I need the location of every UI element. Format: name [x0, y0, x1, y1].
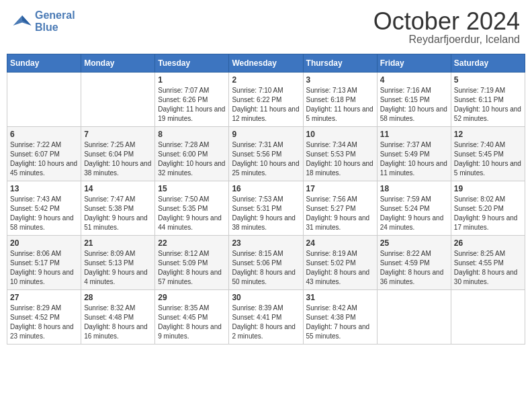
day-info: Sunrise: 7:16 AM Sunset: 6:15 PM Dayligh… [380, 86, 448, 124]
day-info: Sunrise: 8:35 AM Sunset: 4:45 PM Dayligh… [158, 304, 226, 341]
day-number: 12 [454, 130, 522, 139]
calendar-cell: 24Sunrise: 8:19 AM Sunset: 5:02 PM Dayli… [303, 236, 377, 290]
calendar-cell: 30Sunrise: 8:39 AM Sunset: 4:41 PM Dayli… [229, 290, 303, 345]
day-number: 20 [10, 238, 78, 248]
calendar-cell [451, 290, 525, 345]
day-number: 30 [232, 293, 300, 302]
calendar-cell: 1Sunrise: 7:07 AM Sunset: 6:26 PM Daylig… [155, 73, 229, 127]
day-info: Sunrise: 7:59 AM Sunset: 5:24 PM Dayligh… [380, 195, 448, 232]
logo-line2: Blue [35, 21, 58, 33]
calendar-cell: 31Sunrise: 8:42 AM Sunset: 4:38 PM Dayli… [303, 290, 377, 345]
day-number: 22 [158, 238, 226, 248]
day-info: Sunrise: 7:22 AM Sunset: 6:07 PM Dayligh… [10, 140, 78, 178]
day-number: 23 [232, 238, 300, 248]
day-number: 29 [158, 293, 226, 302]
calendar-header-saturday: Saturday [451, 54, 525, 73]
calendar-cell: 16Sunrise: 7:53 AM Sunset: 5:31 PM Dayli… [229, 181, 303, 236]
day-info: Sunrise: 7:13 AM Sunset: 6:18 PM Dayligh… [306, 86, 374, 124]
day-info: Sunrise: 8:19 AM Sunset: 5:02 PM Dayligh… [306, 249, 374, 287]
day-number: 7 [84, 130, 152, 139]
calendar-cell: 23Sunrise: 8:15 AM Sunset: 5:06 PM Dayli… [229, 236, 303, 290]
day-info: Sunrise: 8:29 AM Sunset: 4:52 PM Dayligh… [10, 304, 78, 341]
day-info: Sunrise: 7:25 AM Sunset: 6:04 PM Dayligh… [84, 140, 152, 178]
day-number: 4 [380, 75, 448, 85]
calendar-week-5: 27Sunrise: 8:29 AM Sunset: 4:52 PM Dayli… [7, 290, 525, 345]
day-number: 17 [306, 184, 374, 193]
day-number: 8 [158, 130, 226, 139]
calendar-cell: 25Sunrise: 8:22 AM Sunset: 4:59 PM Dayli… [377, 236, 451, 290]
calendar-cell: 19Sunrise: 8:02 AM Sunset: 5:20 PM Dayli… [451, 181, 525, 236]
calendar-cell: 22Sunrise: 8:12 AM Sunset: 5:09 PM Dayli… [155, 236, 229, 290]
day-number: 26 [454, 238, 522, 248]
calendar-cell: 3Sunrise: 7:13 AM Sunset: 6:18 PM Daylig… [303, 73, 377, 127]
calendar-cell: 8Sunrise: 7:28 AM Sunset: 6:00 PM Daylig… [155, 127, 229, 181]
location: Reydarfjoerdur, Iceland [373, 34, 520, 46]
logo-line1: General [35, 9, 75, 21]
calendar-cell: 27Sunrise: 8:29 AM Sunset: 4:52 PM Dayli… [7, 290, 81, 345]
day-number: 31 [306, 293, 374, 302]
day-number: 9 [232, 130, 300, 139]
day-number: 16 [232, 184, 300, 193]
calendar-header-tuesday: Tuesday [155, 54, 229, 73]
calendar-cell: 14Sunrise: 7:47 AM Sunset: 5:38 PM Dayli… [81, 181, 155, 236]
month-title: October 2024 [373, 9, 520, 34]
day-info: Sunrise: 7:53 AM Sunset: 5:31 PM Dayligh… [232, 195, 300, 232]
calendar-cell: 29Sunrise: 8:35 AM Sunset: 4:45 PM Dayli… [155, 290, 229, 345]
day-info: Sunrise: 7:28 AM Sunset: 6:00 PM Dayligh… [158, 140, 226, 178]
calendar-cell: 9Sunrise: 7:31 AM Sunset: 5:56 PM Daylig… [229, 127, 303, 181]
calendar-header-sunday: Sunday [7, 54, 81, 73]
day-number: 28 [84, 293, 152, 302]
calendar-week-1: 1Sunrise: 7:07 AM Sunset: 6:26 PM Daylig… [7, 73, 525, 127]
day-info: Sunrise: 7:07 AM Sunset: 6:26 PM Dayligh… [158, 86, 226, 124]
logo-icon [12, 11, 32, 32]
day-info: Sunrise: 8:09 AM Sunset: 5:13 PM Dayligh… [84, 249, 152, 287]
calendar-header-monday: Monday [81, 54, 155, 73]
page-header: General Blue October 2024 Reydarfjoerdur… [7, 7, 525, 48]
calendar-week-2: 6Sunrise: 7:22 AM Sunset: 6:07 PM Daylig… [7, 127, 525, 181]
calendar-cell: 26Sunrise: 8:25 AM Sunset: 4:55 PM Dayli… [451, 236, 525, 290]
calendar-cell: 13Sunrise: 7:43 AM Sunset: 5:42 PM Dayli… [7, 181, 81, 236]
day-number: 19 [454, 184, 522, 193]
calendar-cell [81, 73, 155, 127]
calendar-cell: 4Sunrise: 7:16 AM Sunset: 6:15 PM Daylig… [377, 73, 451, 127]
calendar-cell: 6Sunrise: 7:22 AM Sunset: 6:07 PM Daylig… [7, 127, 81, 181]
calendar-cell: 21Sunrise: 8:09 AM Sunset: 5:13 PM Dayli… [81, 236, 155, 290]
day-number: 2 [232, 75, 300, 85]
day-info: Sunrise: 8:32 AM Sunset: 4:48 PM Dayligh… [84, 304, 152, 341]
day-info: Sunrise: 7:34 AM Sunset: 5:53 PM Dayligh… [306, 140, 374, 178]
day-number: 5 [454, 75, 522, 85]
day-info: Sunrise: 8:15 AM Sunset: 5:06 PM Dayligh… [232, 249, 300, 287]
calendar-header-friday: Friday [377, 54, 451, 73]
calendar-cell: 11Sunrise: 7:37 AM Sunset: 5:49 PM Dayli… [377, 127, 451, 181]
calendar-cell: 12Sunrise: 7:40 AM Sunset: 5:45 PM Dayli… [451, 127, 525, 181]
day-number: 18 [380, 184, 448, 193]
day-info: Sunrise: 8:02 AM Sunset: 5:20 PM Dayligh… [454, 195, 522, 232]
calendar-cell [7, 73, 81, 127]
day-info: Sunrise: 7:56 AM Sunset: 5:27 PM Dayligh… [306, 195, 374, 232]
day-info: Sunrise: 8:22 AM Sunset: 4:59 PM Dayligh… [380, 249, 448, 287]
day-number: 24 [306, 238, 374, 248]
day-number: 10 [306, 130, 374, 139]
day-info: Sunrise: 7:19 AM Sunset: 6:11 PM Dayligh… [454, 86, 522, 124]
day-info: Sunrise: 7:40 AM Sunset: 5:45 PM Dayligh… [454, 140, 522, 178]
calendar-header-row: SundayMondayTuesdayWednesdayThursdayFrid… [7, 54, 525, 73]
day-number: 14 [84, 184, 152, 193]
day-info: Sunrise: 7:47 AM Sunset: 5:38 PM Dayligh… [84, 195, 152, 232]
calendar-week-4: 20Sunrise: 8:06 AM Sunset: 5:17 PM Dayli… [7, 236, 525, 290]
day-info: Sunrise: 7:10 AM Sunset: 6:22 PM Dayligh… [232, 86, 300, 124]
title-block: October 2024 Reydarfjoerdur, Iceland [373, 9, 520, 46]
day-number: 21 [84, 238, 152, 248]
day-number: 15 [158, 184, 226, 193]
calendar-header-wednesday: Wednesday [229, 54, 303, 73]
day-info: Sunrise: 8:06 AM Sunset: 5:17 PM Dayligh… [10, 249, 78, 287]
calendar-header-thursday: Thursday [303, 54, 377, 73]
calendar-cell: 10Sunrise: 7:34 AM Sunset: 5:53 PM Dayli… [303, 127, 377, 181]
logo: General Blue [12, 9, 75, 33]
calendar-week-3: 13Sunrise: 7:43 AM Sunset: 5:42 PM Dayli… [7, 181, 525, 236]
day-number: 1 [158, 75, 226, 85]
calendar-cell [377, 290, 451, 345]
day-info: Sunrise: 7:37 AM Sunset: 5:49 PM Dayligh… [380, 140, 448, 178]
calendar-cell: 15Sunrise: 7:50 AM Sunset: 5:35 PM Dayli… [155, 181, 229, 236]
calendar-cell: 20Sunrise: 8:06 AM Sunset: 5:17 PM Dayli… [7, 236, 81, 290]
calendar-cell: 17Sunrise: 7:56 AM Sunset: 5:27 PM Dayli… [303, 181, 377, 236]
